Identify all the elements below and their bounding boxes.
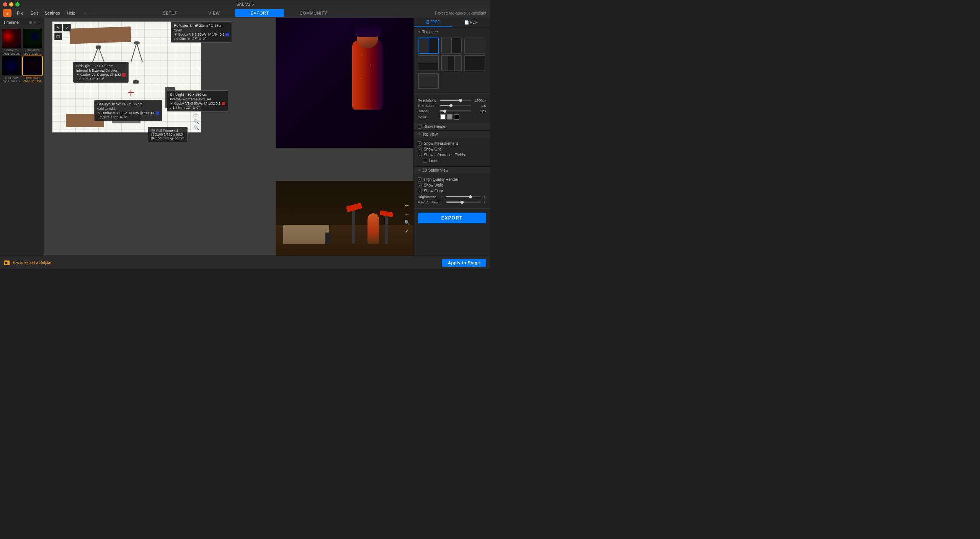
top-view-section-header[interactable]: ▼ Top View — [414, 130, 490, 138]
project-label: Project: red-and-blue-striplight — [435, 11, 486, 15]
template-1[interactable] — [418, 38, 439, 54]
export-panel-button[interactable]: EXPORT — [418, 213, 486, 223]
template-4[interactable] — [418, 55, 439, 71]
show-floor-check[interactable] — [418, 189, 422, 193]
tab-community[interactable]: COMMUNITY — [284, 9, 343, 17]
move-icon[interactable]: ✛ — [194, 112, 199, 118]
shot-item-2[interactable]: Shot-20240921-101848 — [23, 29, 43, 56]
tab-view[interactable]: VIEW — [193, 9, 235, 17]
photo-area — [276, 18, 413, 148]
show-info-fields-check[interactable] — [418, 153, 422, 157]
show-lines-check[interactable] — [423, 159, 427, 163]
traffic-lights — [3, 2, 20, 7]
timeline-label: Timeline — [3, 20, 19, 25]
color-gray[interactable] — [447, 114, 452, 120]
color-black[interactable] — [454, 114, 459, 120]
resolution-section: Resolution: 1200px Text Scale: 1.0 Borde… — [414, 95, 490, 123]
minimize-button[interactable] — [9, 2, 13, 7]
titlebar: SAL V2.5 — [0, 0, 490, 8]
help-link[interactable]: ▶ How to export a Setplan — [4, 260, 52, 265]
menu-settings[interactable]: Settings — [42, 10, 63, 16]
shot-label-2: Shot-20240921-101848 — [23, 48, 41, 56]
brightness-slider[interactable] — [446, 196, 481, 197]
shot-item-3[interactable]: Shot-20240921-102114 — [2, 56, 22, 83]
brightness-minus[interactable]: − — [440, 195, 444, 199]
template-7[interactable] — [418, 73, 439, 89]
border-slider[interactable] — [440, 110, 471, 111]
close-button[interactable] — [3, 2, 7, 7]
tab-jpeg[interactable]: 🖼 JPEG — [414, 18, 452, 27]
zoom-3d-icon[interactable]: 🔍 — [403, 219, 410, 226]
fov-label: Field of View: — [418, 200, 439, 204]
tooltip-reflector-row3: ↕ 0.95m ↻ -27° ⊕ 0° — [174, 37, 229, 41]
svg-rect-4 — [57, 35, 59, 36]
resolution-row: Resolution: 1200px — [418, 98, 486, 102]
pan-icon[interactable]: ⊹ — [403, 211, 410, 218]
show-floor-row: Show Floor — [418, 188, 486, 193]
template-6[interactable] — [464, 55, 485, 71]
maximize-button[interactable] — [15, 2, 20, 7]
show-header-check[interactable] — [418, 125, 422, 129]
menu-help[interactable]: Help — [64, 10, 78, 16]
menubar: S File Edit Settings Help ← → SETUP VIEW… — [0, 8, 490, 18]
subject-marker — [127, 89, 135, 97]
shot-item-4[interactable]: Shot-20240921-114253 — [23, 56, 43, 83]
text-scale-row: Text Scale: 1.0 — [418, 103, 486, 108]
canvas-area: ✛ 🔍 🔍 Reflector S - Ø 23cm / D 13cm Open… — [44, 18, 413, 256]
high-quality-check[interactable] — [418, 177, 422, 182]
nav-forward[interactable]: → — [90, 10, 98, 16]
show-floor-label: Show Floor — [424, 189, 443, 193]
tab-setup[interactable]: SETUP — [147, 9, 193, 17]
border-value: 2px — [473, 109, 486, 113]
svg-rect-15 — [135, 80, 137, 81]
rotate-icon[interactable]: ✛ — [403, 202, 410, 209]
template-5[interactable] — [441, 55, 462, 71]
template-grid — [418, 36, 486, 90]
template-3[interactable] — [464, 38, 485, 54]
show-measurement-check[interactable] — [418, 141, 422, 146]
studio-3d-section-header[interactable]: ▼ 3D Studio View — [414, 166, 490, 174]
shot-item-1[interactable]: Shot-20240921-101007 — [2, 29, 22, 56]
apply-to-stage-button[interactable]: Apply to Stage — [442, 259, 486, 267]
pdf-icon: 📄 — [464, 20, 469, 25]
tooltip-striplight-left-row1: Internal & External Diffuser — [76, 69, 126, 72]
jpeg-label: JPEG — [430, 20, 440, 24]
high-quality-row: High Quality Render — [418, 177, 486, 182]
fov-minus[interactable]: − — [441, 200, 445, 204]
tab-pdf[interactable]: 📄 PDF — [452, 18, 490, 27]
text-scale-value: 1.0 — [473, 103, 486, 108]
fov-row: Field of View: − + — [418, 200, 486, 204]
shot-label-3: Shot-20240921-102114 — [3, 76, 21, 83]
resolution-slider[interactable] — [440, 100, 471, 101]
template-title: ▼ Template — [418, 30, 486, 34]
tab-export[interactable]: EXPORT — [235, 9, 284, 17]
menu-file[interactable]: File — [14, 10, 27, 16]
divider-2 — [414, 208, 490, 209]
template-2[interactable] — [441, 38, 462, 54]
menu-edit[interactable]: Edit — [28, 10, 41, 16]
zoom-controls: ✛ 🔍 🔍 — [194, 112, 199, 130]
svg-line-5 — [93, 47, 98, 62]
camera-row3: [Fix 55 mm] @ 55mm — [151, 136, 184, 140]
fit-icon[interactable]: ⤢ — [403, 228, 410, 234]
bottom-bar: ▶ How to export a Setplan Apply to Stage — [0, 256, 490, 269]
tool-pencil[interactable] — [63, 24, 71, 31]
template-section: ▼ Template — [414, 28, 490, 93]
sidebar: Timeline ⊞ ≡ ⋮ Shot-20240921-101007 Shot… — [0, 18, 44, 256]
resolution-label: Resolution: — [418, 98, 439, 102]
text-scale-slider[interactable] — [440, 105, 471, 106]
top-view-options: Show Measurement Show Grid Show Informat… — [414, 138, 490, 166]
fov-slider[interactable] — [446, 202, 481, 203]
fov-plus[interactable]: + — [482, 200, 486, 204]
zoom-in-icon[interactable]: 🔍 — [194, 119, 199, 124]
zoom-out-icon[interactable]: 🔍 — [194, 125, 199, 130]
studio-3d-options: High Quality Render Show Walls Show Floo… — [414, 174, 490, 208]
nav-back[interactable]: ← — [82, 10, 89, 16]
tool-select[interactable] — [54, 24, 62, 31]
tool-shape[interactable] — [54, 33, 62, 40]
brightness-plus[interactable]: + — [482, 195, 486, 199]
show-grid-check[interactable] — [418, 147, 422, 151]
show-walls-check[interactable] — [418, 183, 422, 187]
color-white[interactable] — [440, 114, 446, 120]
svg-rect-3 — [57, 36, 60, 38]
